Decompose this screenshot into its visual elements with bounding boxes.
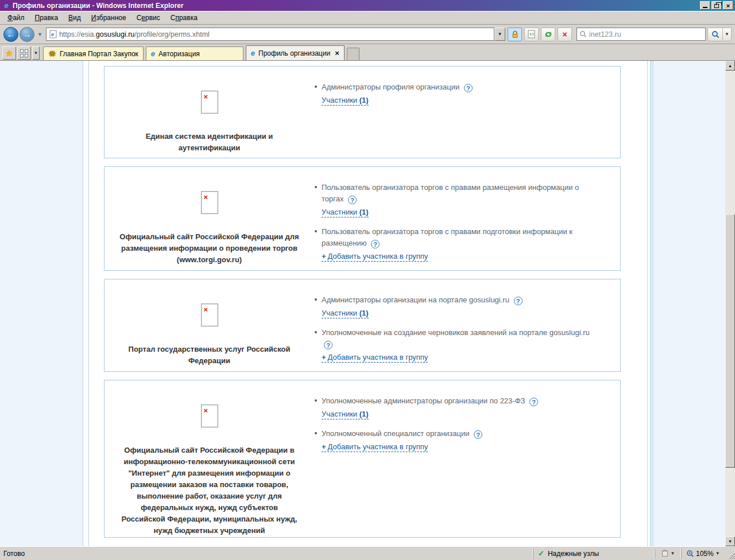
group-name: Администраторы организации на портале go… <box>314 294 597 306</box>
compatibility-view-button[interactable] <box>524 28 539 41</box>
status-text: Готово <box>0 550 533 558</box>
minimize-button[interactable] <box>700 1 710 10</box>
bullet-icon <box>315 230 317 232</box>
broken-image-x-icon: × <box>204 193 208 201</box>
menu-item-Избранное[interactable]: Избранное <box>86 12 131 24</box>
help-icon[interactable]: ? <box>529 398 538 406</box>
group-name: Пользователь организатора торгов с права… <box>314 182 597 205</box>
tab-close-icon[interactable]: × <box>335 49 339 57</box>
protected-mode-button[interactable]: ▼ <box>655 549 681 559</box>
members-link[interactable]: Участники (1) <box>322 410 369 419</box>
search-options-dropdown[interactable]: ▼ <box>723 28 732 41</box>
minimize-icon <box>703 7 707 8</box>
refresh-button[interactable] <box>541 28 555 41</box>
group-name: Уполномоченные на создание черновиков за… <box>314 327 597 350</box>
tab-label: Главная Портал Закупок <box>60 50 138 58</box>
tab-Главная Портал Закупок[interactable]: Главная Портал Закупок <box>43 46 144 60</box>
protected-mode-icon <box>662 550 669 557</box>
permission-group: Уполномоченный специалист организации ?+… <box>314 428 597 452</box>
plus-icon: + <box>322 442 326 451</box>
search-placeholder: inet123.ru <box>589 30 621 38</box>
tab-Авторизация[interactable]: eАвторизация <box>146 46 243 60</box>
members-link[interactable]: Участники (1) <box>322 208 369 217</box>
permission-group: Администраторы организации на портале go… <box>314 294 597 318</box>
back-button[interactable]: ← <box>3 27 18 42</box>
bullet-icon <box>315 85 317 88</box>
tab-Профиль организации[interactable]: eПрофиль организации× <box>246 45 345 60</box>
restore-button[interactable] <box>711 1 722 10</box>
broken-image-x-icon: × <box>204 92 208 101</box>
bullet-icon <box>315 186 317 188</box>
stop-icon: × <box>562 30 567 38</box>
search-input[interactable]: inet123.ru <box>577 28 706 41</box>
scroll-down-icon: ▼ <box>728 539 732 543</box>
ie-icon: e <box>251 49 255 57</box>
security-lock-button[interactable] <box>508 28 522 41</box>
menu-item-Сервис[interactable]: Сервис <box>131 12 165 24</box>
vertical-scrollbar[interactable]: ▲ ▼ <box>725 61 735 546</box>
members-link[interactable]: Участники (1) <box>322 309 369 318</box>
group-link-line: Участники (1) <box>322 309 369 318</box>
scroll-down-button[interactable]: ▼ <box>725 536 735 546</box>
chevron-down-icon: ▼ <box>34 50 38 56</box>
help-icon[interactable]: ? <box>474 430 482 439</box>
url-history-dropdown[interactable]: ▼ <box>494 28 505 41</box>
help-icon[interactable]: ? <box>464 84 473 92</box>
zoom-icon <box>686 550 694 558</box>
help-icon[interactable]: ? <box>371 240 380 248</box>
plus-icon: + <box>322 353 326 361</box>
help-icon[interactable]: ? <box>324 341 332 349</box>
permission-group: Пользователь организатора торгов с права… <box>314 182 597 217</box>
restore-icon <box>714 4 719 8</box>
plus-icon: + <box>322 252 326 260</box>
forward-arrow-icon: → <box>23 29 32 39</box>
add-member-link[interactable]: +Добавить участника в группу <box>322 252 428 262</box>
service-card: ×Официальный сайт Российской Федерации д… <box>104 166 621 271</box>
page-content: ×Единая система идентификации и аутентиф… <box>89 61 647 546</box>
menu-item-Справка[interactable]: Справка <box>165 12 203 24</box>
scrollbar-thumb[interactable] <box>725 214 735 468</box>
favorites-button[interactable]: ★ <box>2 46 16 60</box>
search-go-button[interactable] <box>707 28 723 41</box>
page-gutter-right <box>654 61 725 546</box>
scroll-up-button[interactable]: ▲ <box>725 61 735 71</box>
service-card-groups: Пользователь организатора торгов с права… <box>314 167 597 270</box>
help-icon[interactable]: ? <box>348 196 357 204</box>
scroll-up-icon: ▲ <box>728 64 732 68</box>
members-link[interactable]: Участники (1) <box>322 96 369 106</box>
url-domain: gosuslugi.ru <box>96 30 134 38</box>
broken-image-icon: × <box>201 304 218 326</box>
url-field[interactable]: e https://esia.gosuslugi.ru/profile/org/… <box>46 28 494 41</box>
resize-grip[interactable] <box>726 547 735 560</box>
stop-button[interactable]: × <box>558 28 572 41</box>
permission-group: Уполномоченные на создание черновиков за… <box>314 327 597 363</box>
close-button[interactable]: × <box>723 1 733 10</box>
add-member-link[interactable]: +Добавить участника в группу <box>322 353 428 363</box>
check-icon: ✓ <box>538 549 544 558</box>
add-member-link[interactable]: +Добавить участника в группу <box>322 442 428 452</box>
permission-group: Пользователь организатора торгов с права… <box>314 226 597 262</box>
new-tab-stub[interactable] <box>347 48 359 60</box>
menu-item-Файл[interactable]: Файл <box>2 12 30 24</box>
window-title: Профиль организации - Windows Internet E… <box>13 2 699 10</box>
broken-image-x-icon: × <box>204 305 208 314</box>
help-icon[interactable]: ? <box>514 297 523 305</box>
tab-label: Авторизация <box>158 50 238 58</box>
menu-item-Правка[interactable]: Правка <box>30 12 64 24</box>
service-card-left: ×Официальный сайт Российской Федерации д… <box>105 167 314 270</box>
menu-item-Вид[interactable]: Вид <box>63 12 86 24</box>
forward-button[interactable]: → <box>20 27 34 42</box>
service-card: ×Официальный сайт Российской Федерации в… <box>104 380 621 538</box>
recent-pages-dropdown[interactable]: ▼ <box>37 32 42 37</box>
refresh-icon <box>544 30 553 39</box>
service-title: Официальный сайт Российской Федерации в … <box>119 445 300 536</box>
service-card: ×Портал государственных услуг Российской… <box>104 279 621 372</box>
url-prefix: https://esia. <box>59 30 96 38</box>
quick-tabs-button[interactable] <box>17 46 31 60</box>
ie-logo-icon: e <box>2 2 11 10</box>
tab-list-dropdown[interactable]: ▼ <box>32 46 40 60</box>
security-zone-indicator[interactable]: ✓ Надежные узлы <box>533 549 655 559</box>
zoom-control[interactable]: 105% ▼ <box>681 549 726 559</box>
group-name: Администраторы профиля организации ? <box>314 81 597 93</box>
protected-mode-dropdown-icon: ▼ <box>671 551 675 556</box>
